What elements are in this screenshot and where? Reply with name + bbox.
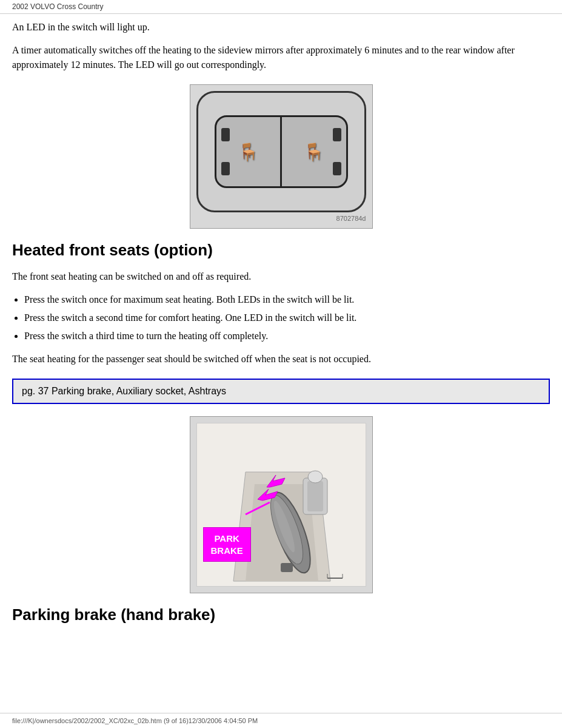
parking-brake-link[interactable]: pg. 37 Parking brake, Auxiliary socket, … <box>12 379 550 404</box>
page-title: 2002 VOLVO Cross Country <box>12 2 104 11</box>
parking-brake-illustration: PARK BRAKE <box>196 423 366 587</box>
right-seat-icon: 🪑 <box>303 142 324 162</box>
bullet-item-2: Press the switch a second time for comfo… <box>24 311 550 325</box>
heated-seats-intro: The front seat heating can be switched o… <box>12 269 550 284</box>
svg-point-8 <box>308 471 323 483</box>
parking-brake-svg <box>197 423 366 587</box>
timer-paragraph: A timer automatically switches off the h… <box>12 43 550 72</box>
park-brake-label: PARK BRAKE <box>203 527 251 562</box>
passenger-paragraph: The seat heating for the passenger seat … <box>12 352 550 366</box>
switch-illustration: 🪑 🪑 <box>196 91 366 212</box>
parking-brake-image-box: PARK BRAKE <box>190 416 373 593</box>
heated-seats-heading: Heated front seats (option) <box>12 241 550 260</box>
switch-left-half: 🪑 <box>216 117 281 186</box>
header-bar: 2002 VOLVO Cross Country <box>0 0 562 14</box>
slot-bottom-right <box>333 162 341 175</box>
bullet-item-3: Press the switch a third time to turn th… <box>24 329 550 343</box>
main-content: An LED in the switch will light up. A ti… <box>0 14 562 658</box>
heated-seats-list: Press the switch once for maximum seat h… <box>24 292 550 343</box>
bullet-item-1: Press the switch once for maximum seat h… <box>24 292 550 307</box>
footer-text: file:///K|/ownersdocs/2002/2002_XC/02xc_… <box>12 717 258 724</box>
footer-bar: file:///K|/ownersdocs/2002/2002_XC/02xc_… <box>0 713 562 728</box>
svg-rect-12 <box>281 563 293 572</box>
switch-image-container: 🪑 🪑 8702784d <box>12 84 550 229</box>
switch-image-caption: 8702784d <box>196 215 366 222</box>
slot-top-right <box>333 128 341 141</box>
parking-brake-heading: Parking brake (hand brake) <box>12 605 550 624</box>
switch-image-box: 🪑 🪑 8702784d <box>190 84 373 229</box>
led-paragraph: An LED in the switch will light up. <box>12 20 550 35</box>
left-seat-icon: 🪑 <box>238 142 259 162</box>
switch-inner: 🪑 🪑 <box>215 115 348 188</box>
svg-rect-7 <box>307 481 323 511</box>
parking-brake-image-container: PARK BRAKE <box>12 416 550 593</box>
